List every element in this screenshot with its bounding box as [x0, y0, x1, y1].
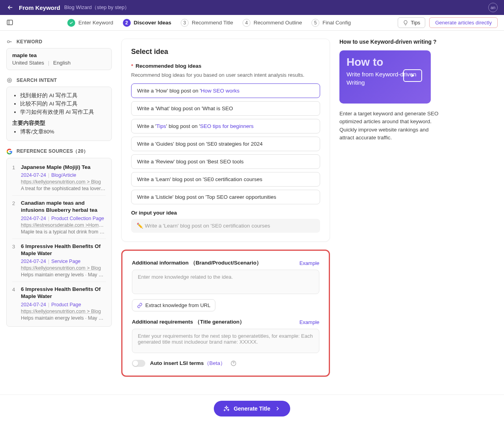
link-icon	[137, 303, 143, 308]
ref-desc: Maple tea is a typical hot drink from Ca…	[21, 229, 106, 235]
idea-option[interactable]: Write a 'Listicle' blog post on 'Top SEO…	[131, 190, 320, 204]
additional-info-card: Additional information （Brand/Product/Sc…	[121, 250, 330, 377]
ref-url: https://kellyjonesnutrition.com > Blog	[21, 179, 106, 185]
page-subtitle: Blog Wizard（step by step）	[64, 4, 130, 11]
lsi-label: Auto insert LSI terms（Beta）	[150, 360, 226, 367]
howto-desc: Enter a target keyword and generate SEO …	[339, 110, 442, 142]
lightbulb-icon	[403, 20, 408, 26]
keyword-card: maple tea United States | English	[6, 48, 112, 70]
refs-card: 1 Japanese Maple (Mojiji) Tea 2024-07-24…	[6, 158, 112, 327]
step-label: Recommend Outline	[254, 20, 302, 26]
step-recommend-title[interactable]: 3 Recommend Title	[181, 19, 233, 27]
svg-point-4	[9, 80, 10, 81]
play-icon[interactable]	[403, 69, 422, 82]
intent-item: 找到最好的 AI 写作工具	[20, 92, 106, 99]
help-icon[interactable]	[230, 360, 237, 366]
footer: Generate Title	[0, 394, 504, 422]
target-icon	[6, 77, 13, 83]
step-label: Recommend Title	[192, 20, 233, 26]
intent-subhead: 主要内容类型	[12, 120, 106, 127]
idea-option[interactable]: Write a 'Tips' blog post on 'SEO tips fo…	[131, 119, 320, 133]
idea-option[interactable]: Write a 'What' blog post on 'What is SEO	[131, 101, 320, 116]
step-label: Discover Ideas	[134, 20, 171, 26]
step-badge: 4	[243, 19, 250, 27]
avatar[interactable]: an	[488, 3, 498, 12]
keyword-section-head: KEYWORD	[6, 39, 112, 45]
panel-toggle-icon[interactable]	[6, 19, 14, 27]
additional-info-label: Additional information （Brand/Product/Sc…	[132, 259, 262, 267]
step-discover-ideas[interactable]: 2 Discover Ideas	[123, 19, 171, 27]
check-icon	[67, 19, 75, 27]
left-panel: KEYWORD maple tea United States | Englis…	[6, 39, 112, 334]
ref-item[interactable]: 3 6 Impressive Health Benefits Of Maple …	[12, 239, 106, 282]
keyword-language: English	[53, 60, 70, 66]
page-title: From Keyword	[19, 4, 60, 11]
intent-item: 比较不同的 AI 写作工具	[20, 100, 106, 107]
svg-point-3	[7, 78, 12, 83]
google-icon	[6, 148, 13, 155]
ref-title: 6 Impressive Health Benefits Of Maple Wa…	[21, 243, 106, 257]
recommended-hint: Recommend blog ideas for you based on us…	[131, 72, 320, 78]
ref-desc: A treat for the sophisticated tea lover.…	[21, 186, 106, 191]
stepbar: Enter Keyword 2 Discover Ideas 3 Recomme…	[0, 15, 504, 31]
svg-rect-0	[7, 20, 13, 25]
step-label: Final Config	[322, 20, 351, 26]
additional-req-label: Additional requirements （Title generatio…	[132, 318, 245, 326]
ref-desc: Helps maintain energy levels · May suppo…	[21, 315, 106, 321]
generate-articles-directly-button[interactable]: Generate articles directly	[429, 17, 498, 28]
keyword-country: United States	[12, 60, 44, 66]
main-panel: Select idea *Recommended blog ideas Reco…	[121, 39, 330, 385]
step-badge: 3	[181, 19, 189, 27]
intent-item: 学习如何有效使用 AI 写作工具	[20, 109, 106, 116]
step-enter-keyword[interactable]: Enter Keyword	[67, 19, 113, 27]
step-badge: 5	[311, 19, 319, 27]
ref-title: Canadian maple teas and infusions Bluebe…	[21, 200, 106, 214]
refs-section-head: REFERENCE SOURCES（20）	[6, 148, 112, 155]
step-badge: 2	[123, 19, 131, 27]
lsi-toggle[interactable]	[132, 360, 145, 367]
ref-url: https://kellyjonesnutrition.com > Blog	[21, 265, 106, 271]
howto-heading: How to use Keyword-driven writing ?	[339, 39, 442, 45]
recommended-label: Recommended blog ideas	[135, 63, 201, 69]
additional-info-textarea[interactable]	[132, 270, 319, 294]
select-idea-card: Select idea *Recommended blog ideas Reco…	[121, 39, 330, 242]
ref-desc: Helps maintain energy levels · May suppo…	[21, 272, 106, 278]
idea-option[interactable]: Write a 'Guides' blog post on 'SE0 strat…	[131, 137, 320, 151]
generate-title-button[interactable]: Generate Title	[214, 401, 290, 416]
idea-option[interactable]: Write a 'How' blog post on 'How SEO work…	[131, 83, 320, 98]
ref-url: https://lestresorsderable.com >Home >Dri…	[21, 222, 106, 228]
video-title: How to	[346, 57, 424, 68]
example-link[interactable]: Example	[299, 319, 319, 325]
idea-option[interactable]: Write a 'Learn' blog post on 'SE0 certif…	[131, 172, 320, 187]
intent-sub-item: 博客/文章80%	[20, 128, 106, 135]
tips-button[interactable]: Tips	[398, 17, 425, 28]
ref-url: https://kellyjonesnutrition.com > Blog	[21, 309, 106, 314]
tips-label: Tips	[411, 20, 420, 26]
chevron-right-icon	[274, 405, 281, 412]
select-idea-heading: Select idea	[131, 48, 320, 56]
svg-point-2	[7, 41, 9, 43]
additional-req-textarea[interactable]	[132, 329, 319, 353]
sparkle-icon	[223, 405, 230, 412]
example-link[interactable]: Example	[299, 260, 319, 266]
ref-item[interactable]: 1 Japanese Maple (Mojiji) Tea 2024-07-24…	[12, 160, 106, 196]
right-panel: How to use Keyword-driven writing ? How …	[339, 39, 442, 142]
or-input-label: Or input your idea	[131, 210, 320, 216]
idea-option[interactable]: Write a 'Review' blog post on 'Best SEO …	[131, 154, 320, 169]
key-icon	[6, 39, 13, 45]
step-final-config[interactable]: 5 Final Config	[311, 19, 351, 27]
topbar: From Keyword Blog Wizard（step by step） a…	[0, 0, 504, 15]
intent-section-head: SEARCH INTENT	[6, 77, 112, 83]
extract-url-button[interactable]: Extract knowledge from URL	[132, 299, 215, 311]
ref-title: Japanese Maple (Mojiji) Tea	[21, 164, 106, 171]
howto-video[interactable]: How to Write from Keyword-driven Writing	[339, 50, 431, 104]
back-button[interactable]	[6, 4, 14, 11]
intent-card: 找到最好的 AI 写作工具 比较不同的 AI 写作工具 学习如何有效使用 AI …	[6, 87, 112, 141]
step-label: Enter Keyword	[78, 20, 113, 26]
keyword-value: maple tea	[12, 52, 106, 58]
step-recommend-outline[interactable]: 4 Recommend Outline	[243, 19, 302, 27]
ref-title: 6 Impressive Health Benefits Of Maple Wa…	[21, 286, 106, 300]
idea-input[interactable]	[131, 219, 320, 233]
ref-item[interactable]: 2 Canadian maple teas and infusions Blue…	[12, 196, 106, 239]
ref-item[interactable]: 4 6 Impressive Health Benefits Of Maple …	[12, 282, 106, 324]
